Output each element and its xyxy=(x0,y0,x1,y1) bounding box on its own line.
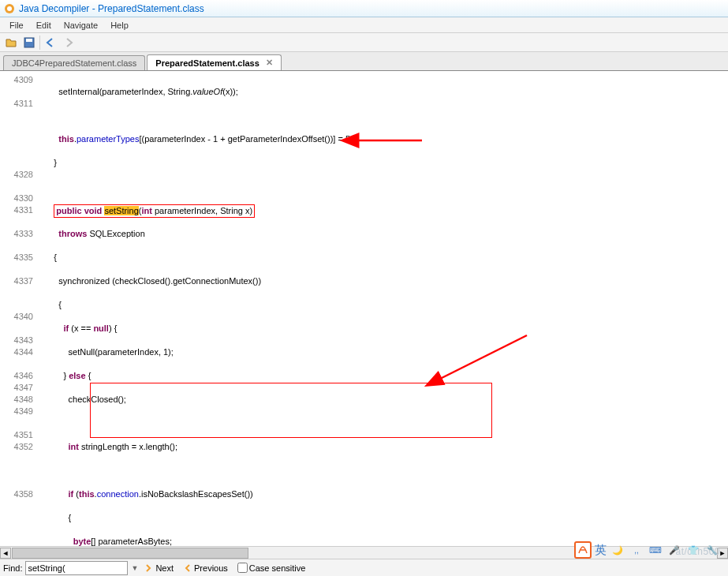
highlight-box-signature: public void setString(int parameterIndex… xyxy=(54,204,255,218)
skin-icon[interactable]: 👕 xyxy=(685,542,701,558)
code-content[interactable]: setInternal(parameterIndex, String.value… xyxy=(38,71,728,546)
code-editor[interactable]: 4309 4311 4328 43304331 4333 4335 4337 4… xyxy=(0,71,728,546)
separator xyxy=(39,36,40,50)
find-previous-button[interactable]: Previous xyxy=(180,563,231,574)
open-icon[interactable] xyxy=(3,35,19,50)
menu-help[interactable]: Help xyxy=(104,21,135,30)
title-bar: Java Decompiler - PreparedStatement.clas… xyxy=(0,0,728,17)
case-sensitive-checkbox[interactable]: Case sensitive xyxy=(234,562,309,574)
scroll-left-icon[interactable]: ◄ xyxy=(0,548,11,559)
line-gutter: 4309 4311 4328 43304331 4333 4335 4337 4… xyxy=(0,71,38,546)
find-bar: Find: ▼ Next Previous Case sensitive xyxy=(0,559,728,576)
find-label: Find: xyxy=(3,563,22,573)
find-input[interactable] xyxy=(25,561,128,575)
menu-navigate[interactable]: Navigate xyxy=(58,21,104,30)
moon-icon[interactable]: 🌙 xyxy=(610,542,625,558)
tab-active[interactable]: PreparedStatement.class✕ xyxy=(147,54,281,70)
keyboard-icon[interactable]: ⌨ xyxy=(648,542,663,558)
menu-edit[interactable]: Edit xyxy=(30,21,58,30)
scroll-thumb[interactable] xyxy=(12,548,248,559)
forward-icon[interactable] xyxy=(61,35,77,50)
ime-lang[interactable]: 英 xyxy=(595,543,607,558)
tab-label: PreparedStatement.class xyxy=(155,58,259,68)
back-icon[interactable] xyxy=(43,35,58,50)
ime-icon[interactable] xyxy=(574,541,592,559)
menu-file[interactable]: File xyxy=(3,21,30,30)
find-next-button[interactable]: Next xyxy=(141,563,177,574)
tab-label: JDBC4PreparedStatement.class xyxy=(12,58,136,68)
tab-bar: JDBC4PreparedStatement.class PreparedSta… xyxy=(0,52,728,71)
app-icon xyxy=(3,2,16,15)
mic-icon[interactable]: 🎤 xyxy=(666,542,682,558)
svg-rect-3 xyxy=(26,39,32,42)
emoji-icon[interactable]: ,, xyxy=(629,542,644,558)
window-title: Java Decompiler - PreparedStatement.clas… xyxy=(19,3,204,14)
close-icon[interactable]: ✕ xyxy=(266,58,273,68)
svg-point-1 xyxy=(7,6,12,11)
dropdown-icon[interactable]: ▼ xyxy=(131,564,138,572)
save-icon[interactable] xyxy=(21,35,37,50)
menu-bar: File Edit Navigate Help xyxy=(0,17,728,33)
system-tray: 英 🌙 ,, ⌨ 🎤 👕 🔧 xyxy=(574,541,720,559)
toolbox-icon[interactable]: 🔧 xyxy=(704,542,720,558)
tab-inactive[interactable]: JDBC4PreparedStatement.class xyxy=(3,55,145,70)
toolbar xyxy=(0,33,728,52)
